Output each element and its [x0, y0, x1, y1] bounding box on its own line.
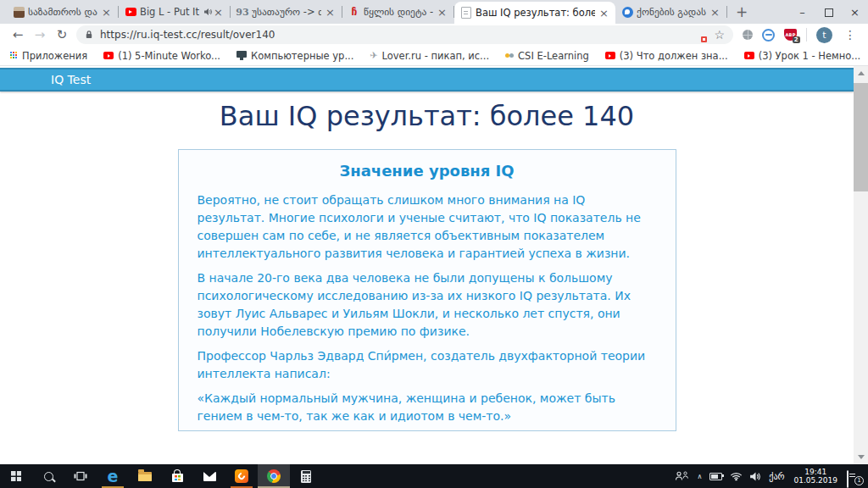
notification-badge: 1	[854, 476, 864, 485]
new-tab-button[interactable]: +	[736, 3, 748, 20]
tab-watermelon[interactable]: საზამთროს და ნესვ ×	[7, 0, 118, 24]
back-button[interactable]: ←	[7, 27, 29, 42]
hidden-icons-chevron[interactable]: ∧	[697, 473, 702, 480]
tab-close-icon[interactable]: ×	[598, 8, 609, 19]
bookmark-label: CSI E-Learning	[518, 50, 589, 62]
script-93-favicon-icon: 93	[236, 6, 248, 18]
bookmark-lover-ru[interactable]: ✈Lover.ru - пикап, ис...	[370, 50, 489, 62]
windows-logo-icon	[11, 471, 22, 482]
bookmark-label: Lover.ru - пикап, ис...	[382, 50, 490, 62]
tab-youtube-bigl[interactable]: Big L - Put It On - Y ×	[119, 0, 230, 24]
window-controls: – ×	[789, 0, 868, 24]
site-logo-title[interactable]: IQ Test	[51, 73, 91, 86]
store-bag-icon	[172, 474, 183, 482]
page-scrollbar[interactable]	[854, 66, 868, 464]
volume-icon[interactable]	[750, 472, 761, 481]
tab-title: უსათაურო -> თბილ	[252, 6, 321, 18]
edge-icon: e	[108, 469, 119, 485]
youtube-favicon-icon	[125, 6, 136, 18]
tab-iq-result-active[interactable]: Ваш IQ результат: боле ×	[454, 2, 615, 24]
task-view-button[interactable]	[64, 464, 97, 488]
notification-bubble-icon	[847, 470, 849, 488]
tab-close-icon[interactable]: ×	[709, 7, 721, 18]
edge-taskbar-button[interactable]: e	[97, 464, 129, 488]
tab-title: Big L - Put It On - Y	[140, 6, 201, 18]
blue-circle-favicon-icon	[621, 6, 633, 18]
maximize-button[interactable]	[815, 0, 842, 24]
box-paragraph: В начале 20-го века два человека не были…	[198, 269, 657, 341]
bookmark-apps[interactable]: Приложения	[10, 50, 87, 62]
taskbar-clock[interactable]: 19:41 01.05.2019	[793, 468, 837, 485]
profile-avatar[interactable]: t	[816, 27, 832, 43]
scroll-up-icon	[858, 68, 865, 75]
red-letter-favicon-icon: ჩ	[348, 6, 360, 18]
scrollbar-down-button[interactable]	[854, 452, 868, 464]
tab-title: Ваш IQ результат: боле	[476, 7, 595, 19]
bookmark-label: (3) Урок 1 - Немно...	[759, 50, 861, 62]
forward-button[interactable]: →	[29, 27, 51, 42]
url-text[interactable]: https://ru.iq-test.cc/result/over140	[100, 29, 694, 41]
uc-browser-icon	[235, 469, 248, 483]
iq-meaning-box: Значение уровня IQ Вероятно, не стоит об…	[178, 149, 676, 431]
tab-separator	[726, 6, 727, 18]
chrome-icon	[267, 469, 281, 483]
people-icon[interactable]	[675, 471, 689, 481]
close-window-button[interactable]: ×	[842, 0, 868, 24]
tab-water-diet[interactable]: ჩ წყლის დიეტა - დაიკ ×	[342, 0, 453, 24]
tab-close-icon[interactable]: ×	[101, 7, 112, 18]
box-heading: Значение уровня IQ	[198, 162, 657, 180]
reload-button[interactable]: ↻	[51, 27, 73, 42]
calculator-button[interactable]	[290, 464, 322, 488]
bookmark-computer-lessons[interactable]: Компьютерные ур...	[236, 50, 353, 62]
bookmark-csi-elearning[interactable]: CSI E-Learning	[505, 50, 589, 62]
blocked-plugin-icon[interactable]	[694, 30, 705, 41]
restore-icon	[825, 8, 833, 17]
keyboard-language-indicator[interactable]: ქარ	[769, 472, 784, 481]
search-icon	[44, 472, 53, 481]
youtube-icon	[744, 52, 754, 59]
tab-untitled-translate[interactable]: 93 უსათაურო -> თბილ ×	[231, 0, 342, 24]
tab-property-tax[interactable]: ქონების გადასახ ×	[615, 0, 726, 24]
wifi-icon[interactable]	[730, 472, 743, 481]
taskbar-search-button[interactable]	[32, 464, 64, 488]
bookmark-what-to-know[interactable]: (3) Что должен зна...	[605, 50, 728, 62]
tabs-container: საზამთროს და ნესვ × Big L - Put It On - …	[0, 0, 748, 24]
battery-icon[interactable]	[709, 473, 722, 480]
tab-close-icon[interactable]: ×	[325, 7, 336, 18]
chrome-taskbar-button[interactable]	[258, 464, 290, 488]
uc-browser-button[interactable]	[225, 464, 258, 488]
bookmark-label: (1) 5-Minute Worko...	[118, 50, 220, 62]
tab-close-icon[interactable]: ×	[213, 7, 224, 18]
action-center-button[interactable]: 1	[847, 471, 860, 482]
site-thumbnail-favicon-icon	[13, 6, 25, 18]
tray-time: 19:41	[804, 468, 826, 477]
scroll-down-icon	[858, 455, 865, 463]
minimize-button[interactable]: –	[789, 0, 815, 24]
scrollbar-up-button[interactable]	[854, 66, 868, 79]
file-explorer-button[interactable]	[129, 464, 161, 488]
extension-savefrom-icon[interactable]	[762, 29, 775, 42]
calculator-icon	[301, 470, 311, 483]
https-lock-icon[interactable]	[85, 30, 93, 40]
bookmark-lesson-1[interactable]: (3) Урок 1 - Немно...	[744, 50, 861, 62]
bookmark-star-icon[interactable]: ☆	[714, 28, 725, 42]
tray-date: 01.05.2019	[793, 476, 837, 485]
address-bar[interactable]: https://ru.iq-test.cc/result/over140 ☆	[76, 25, 733, 44]
start-button[interactable]	[0, 464, 32, 488]
browser-toolbar: ← → ↻ https://ru.iq-test.cc/result/over1…	[0, 24, 868, 46]
abp-badge: 2	[793, 36, 800, 43]
mail-button[interactable]	[193, 464, 225, 488]
extension-globe-icon[interactable]	[743, 30, 753, 40]
tab-audio-icon[interactable]	[204, 8, 213, 16]
scrollbar-thumb[interactable]	[854, 83, 868, 191]
bookmark-5minute-workout[interactable]: (1) 5-Minute Worko...	[103, 50, 220, 62]
chrome-menu-icon[interactable]: ⋮	[844, 28, 856, 42]
page-viewport: IQ Test Ваш IQ результат: более 140 Знач…	[0, 66, 868, 464]
bookmarks-bar: Приложения (1) 5-Minute Worko... Компьют…	[0, 46, 868, 66]
document-favicon-icon	[460, 7, 472, 19]
bookmark-label: Компьютерные ур...	[251, 50, 353, 62]
tab-close-icon[interactable]: ×	[437, 7, 448, 18]
plane-icon: ✈	[370, 50, 377, 61]
extension-adblock-icon[interactable]: ABP2	[784, 29, 797, 41]
microsoft-store-button[interactable]	[161, 464, 193, 488]
